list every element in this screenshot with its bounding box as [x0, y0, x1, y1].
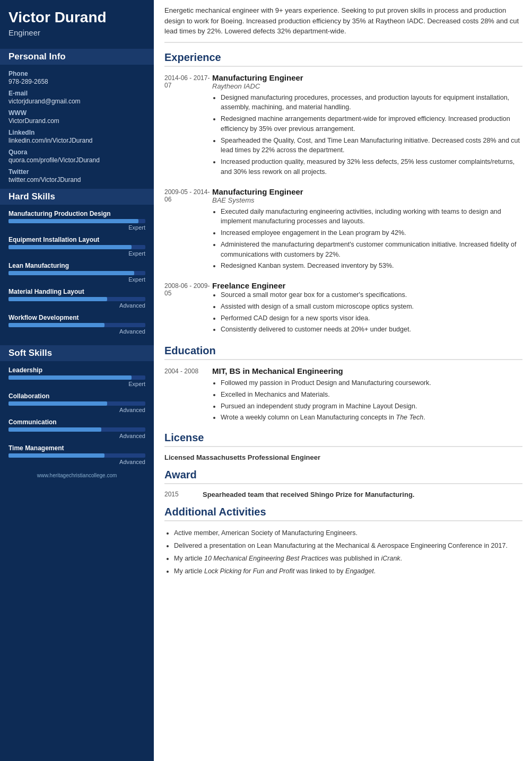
skill-name: Communication [8, 418, 145, 426]
exp-content: Manufacturing Engineer BAE Systems Execu… [212, 187, 522, 273]
skill-bar-fill [8, 219, 138, 223]
info-value: quora.com/profile/VictorJDurand [8, 156, 145, 164]
info-label: E-mail [8, 90, 145, 97]
exp-content: Freelance Engineer Sourced a small motor… [212, 281, 522, 336]
skill-item: Lean Manufacturing Expert [8, 262, 145, 283]
award-blocks: 2015 Spearheaded team that received Shin… [164, 491, 522, 498]
skill-bar-bg [8, 375, 145, 380]
skill-bar-bg [8, 453, 145, 458]
skill-level: Advanced [8, 302, 145, 309]
bullet: Performed CAD design for a new sports vi… [221, 313, 522, 323]
skill-bar-fill [8, 453, 104, 458]
edu-bullets: Followed my passion in Product Design an… [212, 378, 522, 423]
award-title: Award [164, 469, 522, 484]
experience-title: Experience [164, 51, 522, 67]
info-value: twitter.com/VictorJDurand [8, 176, 145, 183]
info-label: Twitter [8, 168, 145, 176]
skill-level: Advanced [8, 328, 145, 335]
info-label: Phone [8, 70, 145, 77]
bullet: Increased production quality, measured b… [221, 157, 522, 177]
skill-bar-bg [8, 297, 145, 301]
summary-text: Energetic mechanical engineer with 9+ ye… [164, 5, 522, 43]
skill-bar-fill [8, 375, 132, 380]
bullet: Assisted with design of a small custom m… [221, 302, 522, 312]
skill-item: Collaboration Advanced [8, 392, 145, 413]
skill-name: Time Management [8, 444, 145, 452]
exp-content: Manufacturing Engineer Raytheon IADC Des… [212, 73, 522, 179]
skill-name: Lean Manufacturing [8, 262, 145, 269]
personal-info-section: Personal Info Phone978-289-2658E-mailvic… [0, 43, 154, 183]
skill-bar-bg [8, 401, 145, 406]
sidebar-header: Victor Durand Engineer [0, 0, 154, 43]
bullet: Consistently delivered to customer needs… [221, 325, 522, 335]
award-year: 2015 [164, 491, 196, 498]
bullet: Followed my passion in Product Design an… [221, 378, 522, 388]
skill-level: Advanced [8, 407, 145, 413]
skill-bar-bg [8, 245, 145, 249]
skill-name: Collaboration [8, 392, 145, 400]
education-blocks: 2004 - 2008 MIT, BS in Mechanical Engine… [164, 366, 522, 424]
soft-skills-bars: Leadership Expert Collaboration Advanced… [8, 366, 145, 465]
bullet: Redesigned Kanban system. Decreased inve… [221, 261, 522, 271]
skill-name: Equipment Installation Layout [8, 236, 145, 243]
bullet: Spearheaded the Quality, Cost, and Time … [221, 136, 522, 156]
bullet: Excelled in Mechanics and Materials. [221, 390, 522, 400]
skill-item: Communication Advanced [8, 418, 145, 439]
education-item: 2004 - 2008 MIT, BS in Mechanical Engine… [164, 366, 522, 424]
skill-item: Material Handling Layout Advanced [8, 288, 145, 309]
skill-level: Expert [8, 250, 145, 257]
personal-info-item: Twittertwitter.com/VictorJDurand [8, 168, 145, 183]
activities-list: Active member, American Society of Manuf… [164, 528, 522, 576]
experience-blocks: 2014-06 - 2017-07 Manufacturing Engineer… [164, 73, 522, 337]
skill-level: Expert [8, 224, 145, 231]
license-title: License [164, 432, 522, 447]
info-value: VictorDurand.com [8, 117, 145, 125]
education-title: Education [164, 345, 522, 360]
experience-item: 2009-05 - 2014-06 Manufacturing Engineer… [164, 187, 522, 273]
skill-level: Advanced [8, 433, 145, 439]
skill-level: Advanced [8, 459, 145, 465]
activity-item: Active member, American Society of Manuf… [174, 528, 522, 538]
main-content: Energetic mechanical engineer with 9+ ye… [154, 0, 532, 761]
exp-bullets: Sourced a small motor gear box for a cus… [212, 290, 522, 335]
skill-name: Leadership [8, 366, 145, 374]
skill-name: Workflow Development [8, 314, 145, 321]
exp-company: BAE Systems [212, 196, 522, 204]
edu-content: MIT, BS in Mechanical Engineering Follow… [212, 366, 522, 424]
skill-bar-bg [8, 323, 145, 327]
activity-item: My article 10 Mechanical Engineering Bes… [174, 553, 522, 564]
bullet: Pursued an independent study program in … [221, 401, 522, 412]
bullet: Executed daily manufacturing engineering… [221, 207, 522, 227]
bullet: Administered the manufacturing departmen… [221, 240, 522, 260]
skill-item: Equipment Installation Layout Expert [8, 236, 145, 257]
exp-job-title: Manufacturing Engineer [212, 187, 522, 196]
experience-item: 2008-06 - 2009-05 Freelance Engineer Sou… [164, 281, 522, 336]
skill-item: Manufacturing Production Design Expert [8, 210, 145, 231]
skill-level: Expert [8, 276, 145, 283]
personal-info-title: Personal Info [0, 49, 154, 65]
skill-bar-bg [8, 271, 145, 275]
skill-name: Manufacturing Production Design [8, 210, 145, 217]
skill-level: Expert [8, 381, 145, 387]
exp-bullets: Designed manufacturing procedures, proce… [212, 93, 522, 177]
skill-item: Time Management Advanced [8, 444, 145, 465]
hard-skills-title: Hard Skills [0, 189, 154, 205]
exp-job-title: Manufacturing Engineer [212, 73, 522, 82]
info-label: Quora [8, 148, 145, 156]
personal-info-item: Quoraquora.com/profile/VictorJDurand [8, 148, 145, 164]
skill-bar-fill [8, 323, 104, 327]
skill-bar-fill [8, 297, 107, 301]
edu-dates: 2004 - 2008 [164, 366, 212, 424]
bullet: Sourced a small motor gear box for a cus… [221, 290, 522, 300]
license-text: Licensed Massachusetts Professional Engi… [164, 453, 522, 461]
personal-info-item: WWWVictorDurand.com [8, 109, 145, 125]
skill-bar-fill [8, 245, 132, 249]
soft-skills-section: Soft Skills Leadership Expert Collaborat… [0, 340, 154, 465]
hard-skills-bars: Manufacturing Production Design Expert E… [8, 210, 145, 335]
hard-skills-section: Hard Skills Manufacturing Production Des… [0, 183, 154, 335]
personal-info-item: Phone978-289-2658 [8, 70, 145, 85]
info-label: WWW [8, 109, 145, 117]
bullet: Designed manufacturing procedures, proce… [221, 93, 522, 113]
skill-bar-fill [8, 401, 107, 406]
skill-bar-bg [8, 427, 145, 432]
